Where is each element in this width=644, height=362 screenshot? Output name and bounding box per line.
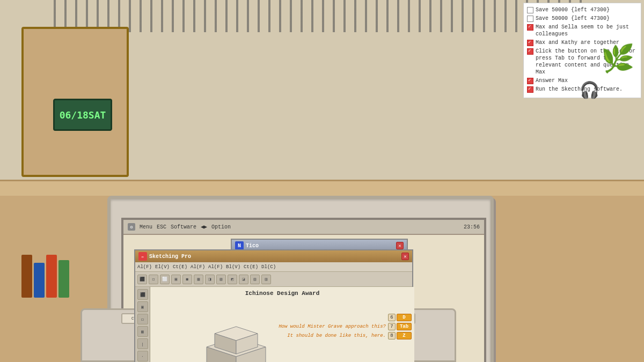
toolbar-cube-12[interactable]: ▥ [261,275,271,284]
checklist-item-3: Max and Sella seem to be just colleagues [527,24,638,38]
system-time: 23:56 [464,224,480,230]
tico-close-button[interactable]: ✕ [396,242,404,249]
checklist-text-2: Save 50000 {left 47300} [536,15,610,22]
toolbar-cube-8[interactable]: ▧ [216,275,226,284]
dialog-text-2: How would Mister Grave approach this? [279,324,386,329]
book-2 [34,263,45,298]
toolbar-cube-2[interactable]: ◻ [149,275,158,284]
bulletin-board: 06/18SAT [21,27,129,177]
books [21,255,69,298]
book-3 [46,255,57,298]
room-background: 06/18SAT ⚙ Menu [0,0,644,362]
book-4 [58,260,69,298]
sidebar-tool-2[interactable]: ▣ [137,301,148,312]
sketching-sidebar: ⬛ ▣ ◻ ▦ | · + [135,287,150,362]
checkbox-7[interactable] [527,86,533,93]
sketching-title: Sketching Pro [149,254,191,260]
tico-title: Tico [246,243,259,249]
option-button[interactable]: Option [211,224,231,230]
book-1 [21,255,32,298]
checklist-text-6: Answer Max [536,77,568,84]
sidebar-tool-5[interactable]: | [137,338,148,349]
toolbar-cube-7[interactable]: ◨ [205,275,215,284]
dialog-option-2: How would Mister Grave approach this? 7 … [279,323,412,330]
checkbox-1[interactable] [527,7,533,13]
toolbar-cube-3[interactable]: ⬜ [160,275,170,284]
tico-n-icon: N [235,241,244,250]
checklist-text-1: Save 50000 {left 47300} [536,6,610,13]
checklist-text-3: Max and Sella seem to be just colleagues [536,24,638,38]
dialog-options: 6 D How would Mister Grave approach this… [279,314,412,339]
sidebar-tool-4[interactable]: ▦ [137,326,148,337]
checklist-item-1: Save 50000 {left 47300} [527,6,638,13]
clock-widget: 06/18SAT [53,99,112,131]
fence-decoration [54,0,590,32]
checkbox-6[interactable] [527,78,533,84]
toolbar-cube-1[interactable]: ⬛ [137,275,147,284]
sketching-app-icon: ✏ [138,252,147,261]
sketching-menu-bar: Al(F) El(V) Ct(E) Al(F) Al(F) Bl(V) Ct(E… [135,262,412,272]
sidebar-tool-6[interactable]: · [137,351,148,361]
sketching-toolbar: ⬛ ◻ ⬜ ▣ ◼ ▦ ◨ ▧ ◩ ◪ ▤ ▥ [135,272,412,287]
desk-surface [0,180,644,196]
sketching-close-button[interactable]: ✕ [401,253,409,260]
menu-button[interactable]: Menu [140,224,152,230]
toolbar-cube-11[interactable]: ▤ [250,275,260,284]
gear-icon: ⚙ [128,223,135,231]
sketching-canvas: Ichinose Design Award [150,287,414,362]
checkbox-5[interactable] [527,48,533,55]
checkbox-3[interactable] [527,24,533,31]
toolbar-cube-4[interactable]: ▣ [171,275,181,284]
dialog-text-3: It should be done like this, here. [287,333,386,338]
desk: ⚙ Menu ESC Software ◀▶ Option [0,180,644,362]
plant-decoration: 🌿 [601,43,633,107]
sketching-title-bar: ✏ Sketching Pro ✕ [135,250,412,262]
checkbox-4[interactable] [527,40,533,46]
dialog-option-3: It should be done like this, here. 8 Z [279,332,412,339]
esc-button[interactable]: ESC [157,224,166,230]
dialog-option-1: 6 D [279,314,412,321]
sidebar-tool-1[interactable]: ⬛ [137,289,148,300]
os-bar: ⚙ Menu ESC Software ◀▶ Option [123,220,484,235]
toolbar-cube-10[interactable]: ◪ [239,275,248,284]
sketching-window[interactable]: ✏ Sketching Pro ✕ Al(F) El(V) Ct(E) Al(F… [134,249,413,362]
clock-display: 06/18SAT [60,109,106,121]
toolbar-cube-5[interactable]: ◼ [182,275,192,284]
software-button[interactable]: Software [171,224,196,230]
checklist-item-2: Save 50000 {left 47300} [527,15,638,22]
canvas-title: Ichinose Design Award [150,287,414,299]
checkbox-2[interactable] [527,16,533,22]
headphone-decoration: 🎧 [580,80,601,107]
toolbar-cube-9[interactable]: ◩ [228,275,237,284]
toolbar-cube-6[interactable]: ▦ [194,275,203,284]
sidebar-tool-3[interactable]: ◻ [137,314,148,324]
